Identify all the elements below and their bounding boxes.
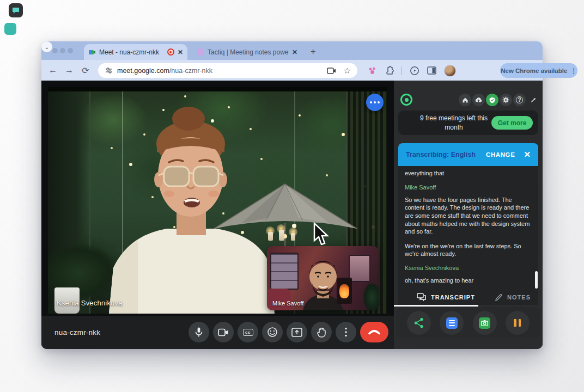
transcript-text: So we have the four pages finished. The … [405,196,532,236]
pause-transcription-button[interactable] [506,311,530,335]
pip-armchair [267,289,291,310]
export-to-docs-button[interactable] [440,311,464,335]
pip-speaker-name-label: Mike Savoff [272,300,303,307]
share-button[interactable] [407,311,431,335]
tactiq-header-actions: ? [459,94,539,106]
transcript-text: oh, that's amazing to hear [405,277,532,285]
main-video-tile: Ksenia Svechnikova [48,87,387,314]
home-icon [462,97,469,103]
new-tab-button[interactable]: + [311,46,315,57]
active-tab-underline [394,305,478,307]
traffic-light-close[interactable] [52,48,58,53]
pip-video-tile[interactable]: Mike Savoff [267,246,379,310]
tab-meet-close-icon[interactable]: ✕ [178,48,183,56]
help-icon: ? [516,96,523,103]
privacy-shield-button[interactable] [486,94,498,106]
url-text[interactable]: meet.google.com/nua-czmr-nkk [117,67,212,75]
transcribing-banner: Transcribing: English CHANGE ✕ [398,143,538,166]
chat-overlay-icon[interactable] [366,94,384,111]
raise-hand-button[interactable] [311,322,332,342]
pencil-icon [495,293,503,302]
performance-icon[interactable] [410,66,419,76]
get-more-button[interactable]: Get more [491,116,533,130]
pip-window-left [270,253,299,290]
reactions-button[interactable] [262,322,283,342]
end-call-button[interactable] [360,322,388,342]
tab-tactiq[interactable]: Tactiq | Meeting notes power ✕ [192,44,303,60]
google-docs-icon [446,317,458,329]
update-chrome-label: New Chrome available [501,68,567,74]
camera-button[interactable] [213,322,234,342]
settings-button[interactable] [500,94,512,106]
microphone-icon [194,327,204,338]
present-button[interactable] [287,322,307,342]
cloud-upload-icon [475,97,482,103]
tactiq-extension-icon[interactable] [367,66,377,76]
end-call-icon [368,329,380,335]
desktop-teal-app-icon[interactable] [4,23,16,35]
tab-notes-label: NOTES [507,294,531,301]
tab-meet[interactable]: Meet - nua-czmr-nkk ✕ [84,44,187,60]
change-language-button[interactable]: CHANGE [486,151,515,158]
browser-window: Meet - nua-czmr-nkk ✕ Tactiq | Meeting n… [41,41,543,349]
tab-transcript[interactable]: TRANSCRIPT [417,293,475,302]
traffic-light-zoom[interactable] [68,48,73,53]
meet-control-bar: nua-czmr-nkk cc [41,316,394,349]
raised-hand-icon [317,327,326,338]
camera-icon [218,328,229,336]
back-button[interactable]: ← [45,65,61,75]
toolbar-divider [402,66,402,75]
screenshot-camera-icon [479,317,490,329]
pip-fireplace [337,278,352,304]
tab-transcript-label: TRANSCRIPT [431,294,475,301]
dismiss-banner-icon[interactable]: ✕ [524,150,531,160]
tab-tactiq-close-icon[interactable]: ✕ [292,48,297,56]
mouse-cursor [313,222,331,247]
chat-bubble-icon [11,6,20,15]
traffic-light-minimize[interactable] [60,48,65,53]
update-chrome-button[interactable]: New Chrome available ⋮ [500,63,577,78]
extensions-puzzle-icon[interactable] [385,66,394,75]
reload-button[interactable]: ⟳ [77,65,94,76]
help-button[interactable]: ? [513,94,526,106]
screenshot-button[interactable] [473,311,497,335]
transcribing-label: Transcribing: English [406,151,476,158]
pip-window-right [349,255,370,282]
present-screen-icon [291,328,302,337]
tab-strip: Meet - nua-czmr-nkk ✕ Tactiq | Meeting n… [41,41,543,60]
tab-search-chevron-icon[interactable]: ⌄ [41,41,52,52]
meet-favicon-icon [88,48,96,56]
url-path: /nua-czmr-nkk [169,67,212,75]
tactiq-logo-icon [400,94,412,106]
pin-panel-button[interactable] [527,94,539,106]
site-settings-tune-icon[interactable] [105,66,113,75]
transcript-bubbles-icon [417,293,427,302]
tab-tactiq-title: Tactiq | Meeting notes power [208,48,289,56]
side-panel-icon[interactable] [427,66,436,75]
bookmark-star-icon[interactable]: ☆ [344,66,351,76]
transcript-panel[interactable]: everything that Mike Savoff So we have t… [398,166,538,305]
free-meetings-text: 9 free meetings left this month [410,114,497,131]
browser-menu-icon[interactable]: ⋮ [570,67,577,75]
page-content: Ksenia Svechnikova [41,81,543,349]
home-button[interactable] [459,94,471,106]
more-options-button[interactable] [336,322,356,342]
cloud-upload-button[interactable] [472,94,485,106]
share-icon [414,317,424,328]
speaker-name: Mike Savoff [405,184,532,191]
tab-notes[interactable]: NOTES [495,293,531,302]
profile-avatar[interactable] [444,65,456,77]
recording-indicator-icon [167,48,174,56]
toolbar-extensions-area [367,63,498,78]
captions-button[interactable]: cc [238,322,258,342]
transcript-scrollbar[interactable] [535,271,538,289]
microphone-button[interactable] [188,322,209,342]
pip-plant [363,282,379,310]
desktop-chat-app-icon[interactable] [9,3,23,17]
forward-button[interactable]: → [61,65,77,75]
speaker-name: Ksenia Svechnikova [405,265,532,271]
tactiq-tabs: TRANSCRIPT NOTES [398,290,538,304]
address-bar[interactable]: meet.google.com/nua-czmr-nkk ☆ [98,63,357,78]
camera-in-use-icon[interactable] [327,67,337,75]
shield-check-icon [489,97,495,103]
